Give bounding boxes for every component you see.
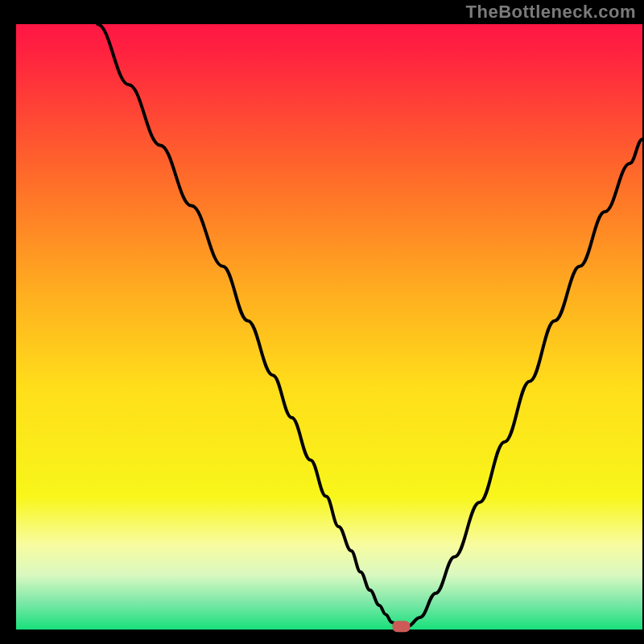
bottleneck-chart bbox=[0, 0, 644, 644]
marker-optimal-point bbox=[392, 621, 410, 632]
watermark-label: TheBottleneck.com bbox=[466, 2, 636, 23]
chart-frame: TheBottleneck.com bbox=[0, 0, 644, 644]
